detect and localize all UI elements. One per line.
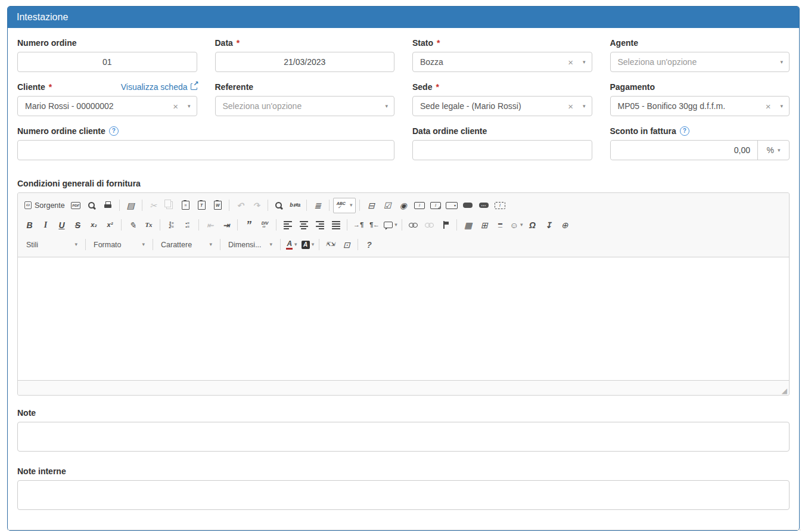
divider <box>198 219 199 231</box>
link-button[interactable] <box>406 218 421 232</box>
subscript-button[interactable]: x₂ <box>86 218 101 232</box>
sconto-unit-select[interactable]: % ▾ <box>757 141 789 160</box>
undo-button[interactable]: ↶ <box>233 198 248 213</box>
chevron-down-icon: ▾ <box>583 60 586 65</box>
iframe-button[interactable]: ⊕ <box>557 218 572 232</box>
sconto-input[interactable] <box>611 141 758 160</box>
radio-button[interactable]: ◉ <box>396 198 411 213</box>
replace-button[interactable]: b⇄a <box>288 198 303 213</box>
bg-color-button[interactable]: A▾ <box>300 238 315 252</box>
table-button[interactable]: ⊞ <box>477 218 492 232</box>
clear-icon[interactable]: × <box>173 102 178 111</box>
superscript-button[interactable]: x² <box>102 218 117 232</box>
paste-text-button[interactable]: T <box>194 198 209 213</box>
text-color-button[interactable]: A▾ <box>284 238 299 252</box>
bidi-ltr-button[interactable]: →¶ <box>351 218 366 232</box>
outdent-icon: ⇤ <box>207 221 214 229</box>
blockquote-button[interactable]: ” <box>241 218 256 232</box>
help-icon[interactable]: ? <box>680 126 689 136</box>
paste-word-button[interactable]: W <box>210 198 225 213</box>
unlink-button[interactable] <box>422 218 437 232</box>
div-container-button[interactable]: DIV ‹› <box>257 218 272 232</box>
numero-ordine-input[interactable] <box>17 52 197 72</box>
numero-ordine-cliente-input[interactable] <box>17 140 394 160</box>
referente-placeholder: Seleziona un'opzione <box>223 101 386 111</box>
form-button[interactable]: ⊟ <box>363 198 378 213</box>
divider <box>329 200 330 211</box>
textarea-button[interactable]: I <box>428 198 443 213</box>
resize-grip[interactable]: ◢ <box>782 387 787 394</box>
special-char-button[interactable]: Ω <box>525 218 540 232</box>
show-blocks-button[interactable]: ⊡ <box>339 238 354 252</box>
editor-content-area[interactable] <box>18 257 789 380</box>
superscript-icon: x² <box>107 222 113 228</box>
align-center-button[interactable] <box>296 218 311 232</box>
note-interne-textarea[interactable] <box>17 480 790 510</box>
agente-select[interactable]: Seleziona un'opzione ▾ <box>610 52 790 72</box>
copy-button[interactable] <box>162 198 177 213</box>
smiley-button[interactable]: ☺▾ <box>509 218 524 232</box>
data-input[interactable] <box>215 52 395 72</box>
italic-icon: I <box>44 221 47 229</box>
bidi-rtl-button[interactable]: ¶← <box>367 218 382 232</box>
visualizza-scheda-link[interactable]: Visualizza scheda <box>121 82 197 92</box>
pagamento-select[interactable]: MP05 - Bonifico 30gg d.f.f.m. × ▾ <box>610 96 790 116</box>
align-justify-button[interactable] <box>328 218 343 232</box>
maximize-button[interactable]: ⇱⇲ <box>323 238 338 252</box>
source-button[interactable]: ‹›Sorgente <box>22 198 67 213</box>
styles-combo[interactable]: Stili▾ <box>21 238 82 251</box>
copy-formatting-button[interactable]: ✎ <box>125 218 140 232</box>
data-ordine-cliente-input[interactable] <box>412 140 592 160</box>
paste-button[interactable]: ≡ <box>178 198 193 213</box>
page-break-button[interactable]: ↧ <box>541 218 556 232</box>
image-button-button[interactable]: ••• <box>476 198 491 213</box>
about-button[interactable]: ? <box>362 238 377 252</box>
panel-title: Intestazione <box>8 7 799 28</box>
italic-button[interactable]: I <box>38 218 53 232</box>
select-all-button[interactable]: ≣ <box>310 198 325 213</box>
cut-button[interactable]: ✂ <box>146 198 161 213</box>
link-icon <box>409 223 418 228</box>
preview-button[interactable] <box>85 198 100 213</box>
indent-button[interactable]: ⇥ <box>219 218 234 232</box>
show-blocks-icon: ⊡ <box>343 241 350 249</box>
text-field-button[interactable]: I <box>412 198 427 213</box>
button-field-button[interactable] <box>460 198 475 213</box>
font-combo[interactable]: Carattere▾ <box>156 238 217 251</box>
pdf-export-button[interactable]: PDF <box>69 198 83 213</box>
referente-select[interactable]: Seleziona un'opzione ▾ <box>215 96 395 116</box>
strikethrough-button[interactable]: S <box>70 218 85 232</box>
format-combo[interactable]: Formato▾ <box>89 238 150 251</box>
checkbox-button[interactable]: ☑ <box>380 198 394 213</box>
font-size-combo[interactable]: Dimensi...▾ <box>223 238 277 251</box>
cliente-select[interactable]: Mario Rossi - 00000002 × ▾ <box>17 96 197 116</box>
outdent-button[interactable]: ⇤ <box>203 218 217 232</box>
numbered-list-button[interactable]: 1≡ 2≡ <box>164 218 179 232</box>
spellcheck-button[interactable]: ABC ✓▾ <box>333 198 356 213</box>
bold-button[interactable]: B <box>22 218 37 232</box>
clear-icon[interactable]: × <box>568 58 573 67</box>
remove-format-button[interactable]: Tx <box>141 218 156 232</box>
language-button[interactable]: ▾ <box>383 218 398 232</box>
anchor-button[interactable] <box>438 218 453 232</box>
align-left-button[interactable] <box>280 218 295 232</box>
align-right-button[interactable] <box>312 218 327 232</box>
find-button[interactable] <box>272 198 287 213</box>
redo-button[interactable]: ↷ <box>249 198 264 213</box>
stato-select[interactable]: Bozza × ▾ <box>412 52 592 72</box>
image-button[interactable]: ▦ <box>461 218 476 232</box>
note-textarea[interactable] <box>17 422 790 452</box>
select-field-button[interactable]: ▾ <box>444 198 459 213</box>
next-panel-edge <box>7 530 801 530</box>
underline-button[interactable]: U <box>54 218 69 232</box>
clear-icon[interactable]: × <box>568 102 573 111</box>
templates-button[interactable]: ▤ <box>123 198 138 213</box>
sconto-unit: % <box>767 145 774 155</box>
bulleted-list-button[interactable]: •≡ •≡ <box>180 218 195 232</box>
print-button[interactable] <box>101 198 116 213</box>
help-icon[interactable]: ? <box>109 126 119 136</box>
sede-select[interactable]: Sede legale - (Mario Rossi) × ▾ <box>412 96 592 116</box>
hidden-field-button[interactable]: I <box>492 198 507 213</box>
horizontal-rule-button[interactable]: ▬ ― <box>493 218 508 232</box>
clear-icon[interactable]: × <box>766 102 771 111</box>
